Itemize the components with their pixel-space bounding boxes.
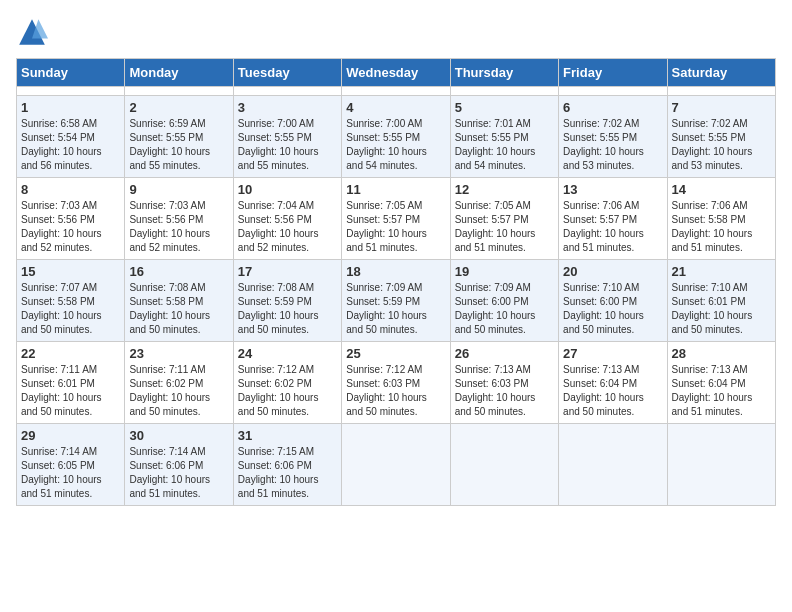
day-info: Sunrise: 7:09 AMSunset: 6:00 PMDaylight:… (455, 281, 554, 337)
calendar-cell: 30Sunrise: 7:14 AMSunset: 6:06 PMDayligh… (125, 424, 233, 506)
calendar-cell: 22Sunrise: 7:11 AMSunset: 6:01 PMDayligh… (17, 342, 125, 424)
calendar-cell: 7Sunrise: 7:02 AMSunset: 5:55 PMDaylight… (667, 96, 775, 178)
page-header (16, 16, 776, 48)
day-info: Sunrise: 7:12 AMSunset: 6:03 PMDaylight:… (346, 363, 445, 419)
day-number: 6 (563, 100, 662, 115)
day-number: 24 (238, 346, 337, 361)
column-header-saturday: Saturday (667, 59, 775, 87)
day-number: 31 (238, 428, 337, 443)
day-number: 15 (21, 264, 120, 279)
calendar-week-row: 29Sunrise: 7:14 AMSunset: 6:05 PMDayligh… (17, 424, 776, 506)
calendar-cell: 8Sunrise: 7:03 AMSunset: 5:56 PMDaylight… (17, 178, 125, 260)
day-info: Sunrise: 7:04 AMSunset: 5:56 PMDaylight:… (238, 199, 337, 255)
column-header-friday: Friday (559, 59, 667, 87)
column-header-monday: Monday (125, 59, 233, 87)
calendar-cell: 25Sunrise: 7:12 AMSunset: 6:03 PMDayligh… (342, 342, 450, 424)
calendar-cell (667, 424, 775, 506)
calendar-cell (342, 87, 450, 96)
calendar-cell: 12Sunrise: 7:05 AMSunset: 5:57 PMDayligh… (450, 178, 558, 260)
calendar-cell: 24Sunrise: 7:12 AMSunset: 6:02 PMDayligh… (233, 342, 341, 424)
day-number: 14 (672, 182, 771, 197)
day-number: 28 (672, 346, 771, 361)
day-info: Sunrise: 7:07 AMSunset: 5:58 PMDaylight:… (21, 281, 120, 337)
day-number: 17 (238, 264, 337, 279)
day-info: Sunrise: 7:01 AMSunset: 5:55 PMDaylight:… (455, 117, 554, 173)
day-info: Sunrise: 7:13 AMSunset: 6:03 PMDaylight:… (455, 363, 554, 419)
day-number: 8 (21, 182, 120, 197)
day-info: Sunrise: 7:08 AMSunset: 5:59 PMDaylight:… (238, 281, 337, 337)
day-info: Sunrise: 7:08 AMSunset: 5:58 PMDaylight:… (129, 281, 228, 337)
day-info: Sunrise: 7:11 AMSunset: 6:01 PMDaylight:… (21, 363, 120, 419)
calendar-cell: 18Sunrise: 7:09 AMSunset: 5:59 PMDayligh… (342, 260, 450, 342)
calendar-cell: 1Sunrise: 6:58 AMSunset: 5:54 PMDaylight… (17, 96, 125, 178)
calendar-cell: 26Sunrise: 7:13 AMSunset: 6:03 PMDayligh… (450, 342, 558, 424)
calendar-cell (559, 424, 667, 506)
day-number: 27 (563, 346, 662, 361)
day-number: 16 (129, 264, 228, 279)
calendar-week-row: 22Sunrise: 7:11 AMSunset: 6:01 PMDayligh… (17, 342, 776, 424)
day-number: 25 (346, 346, 445, 361)
calendar-header-row: SundayMondayTuesdayWednesdayThursdayFrid… (17, 59, 776, 87)
day-info: Sunrise: 7:13 AMSunset: 6:04 PMDaylight:… (672, 363, 771, 419)
calendar-cell: 3Sunrise: 7:00 AMSunset: 5:55 PMDaylight… (233, 96, 341, 178)
calendar-cell: 11Sunrise: 7:05 AMSunset: 5:57 PMDayligh… (342, 178, 450, 260)
day-number: 5 (455, 100, 554, 115)
calendar-cell: 5Sunrise: 7:01 AMSunset: 5:55 PMDaylight… (450, 96, 558, 178)
day-number: 13 (563, 182, 662, 197)
day-info: Sunrise: 7:06 AMSunset: 5:58 PMDaylight:… (672, 199, 771, 255)
calendar-cell: 4Sunrise: 7:00 AMSunset: 5:55 PMDaylight… (342, 96, 450, 178)
calendar-cell (667, 87, 775, 96)
calendar-cell: 17Sunrise: 7:08 AMSunset: 5:59 PMDayligh… (233, 260, 341, 342)
day-number: 21 (672, 264, 771, 279)
calendar-cell: 10Sunrise: 7:04 AMSunset: 5:56 PMDayligh… (233, 178, 341, 260)
calendar-cell: 19Sunrise: 7:09 AMSunset: 6:00 PMDayligh… (450, 260, 558, 342)
day-number: 12 (455, 182, 554, 197)
day-number: 30 (129, 428, 228, 443)
day-info: Sunrise: 7:05 AMSunset: 5:57 PMDaylight:… (346, 199, 445, 255)
calendar-cell (233, 87, 341, 96)
day-info: Sunrise: 7:13 AMSunset: 6:04 PMDaylight:… (563, 363, 662, 419)
calendar-week-row: 15Sunrise: 7:07 AMSunset: 5:58 PMDayligh… (17, 260, 776, 342)
column-header-thursday: Thursday (450, 59, 558, 87)
calendar-cell (17, 87, 125, 96)
day-info: Sunrise: 7:10 AMSunset: 6:00 PMDaylight:… (563, 281, 662, 337)
day-info: Sunrise: 7:05 AMSunset: 5:57 PMDaylight:… (455, 199, 554, 255)
calendar-cell (125, 87, 233, 96)
calendar-cell (450, 424, 558, 506)
day-number: 22 (21, 346, 120, 361)
calendar-cell: 21Sunrise: 7:10 AMSunset: 6:01 PMDayligh… (667, 260, 775, 342)
day-info: Sunrise: 7:03 AMSunset: 5:56 PMDaylight:… (129, 199, 228, 255)
calendar-cell (450, 87, 558, 96)
day-number: 18 (346, 264, 445, 279)
calendar-cell: 13Sunrise: 7:06 AMSunset: 5:57 PMDayligh… (559, 178, 667, 260)
day-info: Sunrise: 6:58 AMSunset: 5:54 PMDaylight:… (21, 117, 120, 173)
calendar-cell: 6Sunrise: 7:02 AMSunset: 5:55 PMDaylight… (559, 96, 667, 178)
day-number: 3 (238, 100, 337, 115)
calendar-cell: 15Sunrise: 7:07 AMSunset: 5:58 PMDayligh… (17, 260, 125, 342)
day-number: 19 (455, 264, 554, 279)
day-info: Sunrise: 7:03 AMSunset: 5:56 PMDaylight:… (21, 199, 120, 255)
day-info: Sunrise: 7:02 AMSunset: 5:55 PMDaylight:… (563, 117, 662, 173)
day-info: Sunrise: 7:12 AMSunset: 6:02 PMDaylight:… (238, 363, 337, 419)
day-number: 2 (129, 100, 228, 115)
calendar-cell (559, 87, 667, 96)
day-number: 10 (238, 182, 337, 197)
calendar-cell: 28Sunrise: 7:13 AMSunset: 6:04 PMDayligh… (667, 342, 775, 424)
day-info: Sunrise: 7:06 AMSunset: 5:57 PMDaylight:… (563, 199, 662, 255)
logo (16, 16, 52, 48)
day-number: 4 (346, 100, 445, 115)
day-info: Sunrise: 7:02 AMSunset: 5:55 PMDaylight:… (672, 117, 771, 173)
day-number: 7 (672, 100, 771, 115)
day-number: 1 (21, 100, 120, 115)
day-info: Sunrise: 7:10 AMSunset: 6:01 PMDaylight:… (672, 281, 771, 337)
day-info: Sunrise: 7:09 AMSunset: 5:59 PMDaylight:… (346, 281, 445, 337)
calendar-cell: 14Sunrise: 7:06 AMSunset: 5:58 PMDayligh… (667, 178, 775, 260)
calendar-cell: 31Sunrise: 7:15 AMSunset: 6:06 PMDayligh… (233, 424, 341, 506)
day-info: Sunrise: 7:14 AMSunset: 6:05 PMDaylight:… (21, 445, 120, 501)
calendar-cell: 20Sunrise: 7:10 AMSunset: 6:00 PMDayligh… (559, 260, 667, 342)
day-number: 26 (455, 346, 554, 361)
day-info: Sunrise: 7:11 AMSunset: 6:02 PMDaylight:… (129, 363, 228, 419)
day-number: 11 (346, 182, 445, 197)
calendar-table: SundayMondayTuesdayWednesdayThursdayFrid… (16, 58, 776, 506)
calendar-week-row: 8Sunrise: 7:03 AMSunset: 5:56 PMDaylight… (17, 178, 776, 260)
